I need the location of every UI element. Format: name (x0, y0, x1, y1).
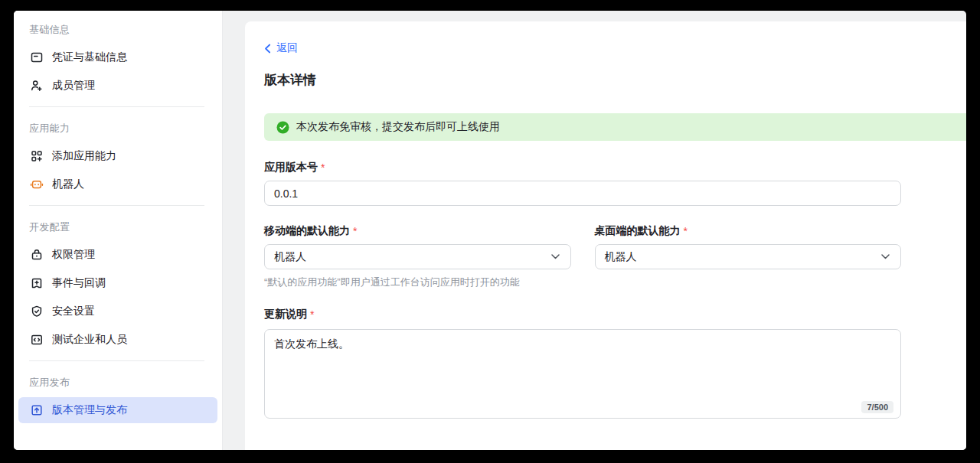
sidebar-item-test-company[interactable]: 测试企业和人员 (18, 327, 217, 353)
sidebar-item-members[interactable]: 成员管理 (18, 73, 217, 99)
mobile-capability-select[interactable]: 机器人 (264, 244, 571, 269)
desktop-capability-value: 机器人 (605, 250, 637, 264)
check-circle-icon (276, 121, 289, 134)
desktop-capability-select[interactable]: 机器人 (595, 244, 902, 269)
card-icon (30, 51, 44, 64)
mobile-capability-label: 移动端的默认能力 * (264, 224, 571, 238)
banner-text: 本次发布免审核，提交发布后即可上线使用 (296, 120, 500, 134)
code-icon (30, 333, 44, 347)
sidebar: 基础信息 凭证与基础信息 成员管理 应用能力 添加应用能力 (14, 11, 223, 450)
release-notes-textarea[interactable]: 首次发布上线。 (264, 329, 901, 419)
screenshot-frame: 基础信息 凭证与基础信息 成员管理 应用能力 添加应用能力 (0, 0, 980, 463)
sidebar-divider (29, 106, 204, 107)
sidebar-item-label: 机器人 (52, 178, 84, 191)
sidebar-item-security[interactable]: 安全设置 (18, 298, 217, 324)
back-link[interactable]: 返回 (264, 41, 298, 55)
version-form: 应用版本号 * 移动端的默认能力 * 机器人 (264, 161, 901, 419)
success-banner: 本次发布免审核，提交发布后即可上线使用 (264, 113, 966, 141)
sidebar-item-credentials[interactable]: 凭证与基础信息 (18, 44, 217, 70)
sidebar-divider (29, 360, 204, 361)
sidebar-item-events-callbacks[interactable]: 事件与回调 (18, 270, 217, 296)
required-mark: * (321, 161, 325, 174)
grid-add-icon (30, 149, 44, 163)
sidebar-item-label: 权限管理 (52, 248, 95, 262)
sidebar-section-release: 应用发布 (18, 368, 217, 395)
required-mark: * (310, 308, 314, 321)
sidebar-item-label: 版本管理与发布 (52, 403, 127, 417)
char-counter: 7/500 (861, 401, 893, 413)
desktop-capability-label: 桌面端的默认能力 * (595, 224, 902, 238)
release-notes-wrap: 首次发布上线。 7/500 (264, 329, 901, 419)
chevron-left-icon (264, 44, 271, 54)
version-detail-panel: 返回 版本详情 本次发布免审核，提交发布后即可上线使用 应用版本号 * (245, 21, 966, 450)
robot-icon (30, 178, 44, 191)
sidebar-item-permissions[interactable]: 权限管理 (18, 242, 217, 268)
page-title: 版本详情 (264, 71, 966, 89)
person-add-icon (30, 79, 44, 93)
mobile-capability-field: 移动端的默认能力 * 机器人 “默认的应用功能”即用户通过工作台访问应用时打开的… (264, 224, 571, 289)
lock-icon (30, 248, 44, 262)
version-input[interactable] (264, 181, 901, 206)
sidebar-section-basic-info: 基础信息 (18, 15, 217, 42)
sidebar-section-dev-config: 开发配置 (18, 213, 217, 240)
sidebar-item-label: 成员管理 (52, 79, 95, 93)
mobile-capability-value: 机器人 (274, 250, 306, 264)
version-label: 应用版本号 * (264, 161, 901, 174)
sidebar-item-label: 事件与回调 (52, 276, 106, 290)
required-mark: * (353, 225, 357, 237)
sidebar-section-capabilities: 应用能力 (18, 114, 217, 141)
sidebar-item-label: 凭证与基础信息 (52, 51, 127, 64)
event-callback-icon (30, 276, 44, 290)
content-area: 返回 版本详情 本次发布免审核，提交发布后即可上线使用 应用版本号 * (223, 11, 966, 450)
app-window: 基础信息 凭证与基础信息 成员管理 应用能力 添加应用能力 (14, 11, 966, 450)
sidebar-item-add-capability[interactable]: 添加应用能力 (18, 143, 217, 169)
sidebar-item-label: 测试企业和人员 (52, 333, 127, 347)
chevron-down-icon (881, 254, 890, 259)
capability-hint: “默认的应用功能”即用户通过工作台访问应用时打开的功能 (264, 276, 571, 289)
sidebar-item-label: 安全设置 (52, 305, 95, 318)
back-link-label: 返回 (276, 41, 298, 55)
desktop-capability-field: 桌面端的默认能力 * 机器人 (595, 224, 902, 289)
sidebar-item-label: 添加应用能力 (52, 149, 116, 163)
required-mark: * (684, 225, 688, 237)
chevron-down-icon (551, 254, 560, 259)
sidebar-item-version-release[interactable]: 版本管理与发布 (18, 397, 217, 423)
shield-check-icon (30, 305, 44, 318)
publish-icon (30, 403, 44, 417)
sidebar-item-bot[interactable]: 机器人 (18, 171, 217, 197)
sidebar-divider (29, 205, 204, 206)
release-notes-label: 更新说明 * (264, 308, 901, 321)
